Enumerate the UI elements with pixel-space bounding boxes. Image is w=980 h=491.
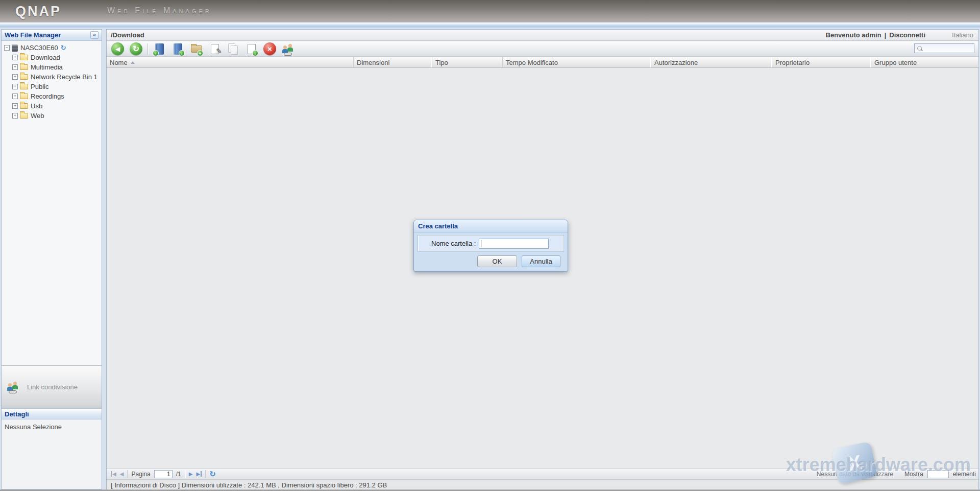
- pager-refresh-icon[interactable]: ↻: [209, 470, 216, 479]
- search-box[interactable]: [914, 43, 974, 53]
- expand-node-icon[interactable]: [12, 103, 18, 109]
- language-selector[interactable]: Italiano: [952, 31, 973, 39]
- search-input[interactable]: [923, 44, 971, 52]
- copy-button[interactable]: [226, 42, 240, 56]
- qnap-logo: QNAP: [15, 4, 61, 19]
- sort-asc-icon: [131, 61, 135, 64]
- page-total: /1: [176, 471, 181, 478]
- page-size-select[interactable]: [927, 470, 949, 478]
- column-header-tipo[interactable]: Tipo: [432, 57, 503, 67]
- dialog-header[interactable]: Crea cartella: [414, 220, 568, 232]
- tree-node-root[interactable]: NASC30E60 ↻: [2, 43, 102, 53]
- create-folder-button[interactable]: +: [189, 42, 203, 56]
- column-header-nome[interactable]: Nome: [107, 57, 354, 67]
- expand-node-icon[interactable]: [12, 64, 18, 70]
- share-link-button[interactable]: Link condivisione: [2, 365, 102, 408]
- folder-icon: [20, 103, 28, 109]
- column-header-autorizzazione[interactable]: Autorizzazione: [651, 57, 772, 67]
- next-page-button[interactable]: ▶: [189, 471, 193, 477]
- expand-node-icon[interactable]: [12, 74, 18, 80]
- cancel-button[interactable]: Annulla: [522, 255, 560, 267]
- show-label: Mostra: [904, 471, 923, 478]
- last-page-button[interactable]: ▶: [197, 471, 202, 477]
- column-header-proprietario[interactable]: Proprietario: [772, 57, 871, 67]
- download-button[interactable]: ↓: [171, 42, 185, 56]
- first-page-button[interactable]: ◀: [111, 471, 116, 477]
- prev-page-button[interactable]: ◀: [120, 471, 124, 477]
- tree-node-download[interactable]: Download: [2, 53, 102, 62]
- folder-icon: [20, 113, 28, 119]
- search-icon: [917, 45, 923, 52]
- dialog-title: Crea cartella: [418, 222, 458, 230]
- expand-node-icon[interactable]: [12, 113, 18, 119]
- tree-node-label: Recordings: [31, 92, 64, 100]
- dialog-field-row: Nome cartella :: [418, 235, 564, 252]
- tree-node-recordings[interactable]: Recordings: [2, 91, 102, 101]
- details-empty-text: Nessuna Selezione: [5, 423, 62, 431]
- page-number-input[interactable]: [154, 470, 173, 478]
- tree-node-label: Network Recycle Bin 1: [31, 73, 97, 81]
- share-link-icon: [7, 381, 20, 392]
- tree-node-network-recycle-bin[interactable]: Network Recycle Bin 1: [2, 72, 102, 82]
- nas-server-icon: [12, 44, 18, 52]
- tree-node-label: Multimedia: [31, 63, 63, 71]
- create-folder-dialog: Crea cartella Nome cartella : OK Annulla: [413, 220, 568, 272]
- share-users-button[interactable]: [281, 42, 295, 56]
- grid-header: Nome Dimensioni Tipo Tempo Modificato Au…: [107, 57, 978, 68]
- toolbar: ◀ ↻ ↑ ↓ + ✎ ↓ ×: [107, 41, 978, 57]
- tree-node-label: Public: [31, 83, 48, 90]
- sidebar-title: Web File Manager: [5, 31, 90, 39]
- banner-divider: [0, 22, 980, 29]
- folder-icon: [20, 84, 28, 89]
- tree-node-multimedia[interactable]: Multimedia: [2, 62, 102, 72]
- folder-icon: [20, 74, 28, 80]
- folder-icon: [20, 93, 28, 99]
- delete-button[interactable]: ×: [263, 42, 277, 56]
- node-refresh-icon[interactable]: ↻: [61, 44, 66, 52]
- rename-button[interactable]: ✎: [208, 42, 222, 56]
- folder-tree: NASC30E60 ↻ Download Multimedia Network: [2, 41, 102, 365]
- items-label: elementi: [953, 471, 976, 478]
- empty-grid-text: Nessun dato da visualizzare: [817, 471, 893, 478]
- expand-node-icon[interactable]: [12, 84, 18, 89]
- tree-node-label: Download: [31, 54, 60, 61]
- welcome-separator: |: [885, 31, 887, 39]
- tree-node-label: Usb: [31, 102, 42, 110]
- pager-separator: [185, 470, 185, 478]
- sidebar-collapse-icon[interactable]: «: [90, 31, 99, 39]
- pager-right: Nessun dato da visualizzare Mostra eleme…: [817, 469, 976, 480]
- folder-name-label: Nome cartella :: [431, 240, 476, 247]
- tree-node-web[interactable]: Web: [2, 111, 102, 121]
- disk-info-text: [ Informazioni di Disco ] Dimensioni uti…: [111, 481, 387, 489]
- folder-icon: [20, 55, 28, 60]
- tree-node-public[interactable]: Public: [2, 82, 102, 91]
- sidebar-header: Web File Manager «: [2, 30, 102, 41]
- ok-button[interactable]: OK: [477, 255, 517, 267]
- breadcrumb: /Download: [111, 31, 826, 39]
- toolbar-separator: [148, 43, 148, 55]
- logout-link[interactable]: Disconnetti: [889, 31, 925, 39]
- pager-separator: [127, 470, 128, 478]
- tree-node-usb[interactable]: Usb: [2, 101, 102, 111]
- pager-separator: [205, 470, 206, 478]
- details-header: Dettagli: [2, 408, 102, 419]
- sidebar: Web File Manager « NASC30E60 ↻ Download: [1, 29, 102, 489]
- back-button[interactable]: ◀: [111, 42, 125, 56]
- tree-root-label: NASC30E60: [20, 44, 58, 52]
- collapse-node-icon[interactable]: [4, 45, 10, 51]
- welcome-text: Benvenuto admin: [826, 31, 881, 39]
- column-header-tempo-modificato[interactable]: Tempo Modificato: [503, 57, 651, 67]
- folder-name-input[interactable]: [479, 239, 549, 249]
- expand-node-icon[interactable]: [12, 55, 18, 60]
- move-download-button[interactable]: ↓: [244, 42, 258, 56]
- column-header-dimensioni[interactable]: Dimensioni: [354, 57, 432, 67]
- upload-button[interactable]: ↑: [153, 42, 166, 56]
- details-title: Dettagli: [5, 410, 29, 418]
- screen: QNAP Web File Manager Web File Manager «…: [0, 0, 980, 491]
- status-bar: [ Informazioni di Disco ] Dimensioni uti…: [107, 479, 978, 490]
- expand-node-icon[interactable]: [12, 93, 18, 99]
- text-cursor: [481, 240, 481, 247]
- dialog-buttons: OK Annulla: [477, 255, 560, 267]
- column-header-gruppo-utente[interactable]: Gruppo utente: [871, 57, 978, 67]
- refresh-button[interactable]: ↻: [129, 42, 143, 56]
